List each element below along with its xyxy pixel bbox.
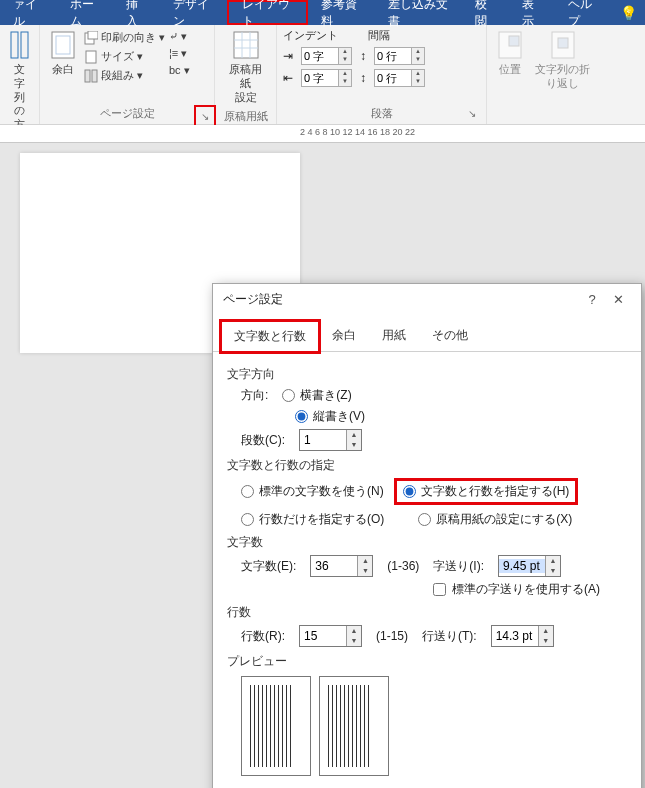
spacing-heading: 間隔 [368,28,390,43]
margins-icon [50,30,76,60]
tab-view[interactable]: 表示 [509,0,555,25]
linepitch-spin[interactable]: ▲▼ [491,625,554,647]
svg-rect-8 [92,70,97,82]
document-area: ページ設定 ? ✕ 文字数と行数 余白 用紙 その他 文字方向 方向: 横書き(… [0,143,645,788]
text-direction-icon [8,30,32,60]
radio-lines-only[interactable]: 行数だけを指定する(O) [241,511,384,528]
tab-mailings[interactable]: 差し込み文書 [375,0,462,25]
section-lines: 行数 [227,604,627,621]
hyphenation-button[interactable]: bc ▾ [169,62,190,79]
space-before-spin[interactable]: ▲▼ [374,47,425,65]
section-preview: プレビュー [227,653,627,670]
chars-label: 文字数(E): [241,558,296,575]
page-setup-dialog: ページ設定 ? ✕ 文字数と行数 余白 用紙 その他 文字方向 方向: 横書き(… [212,283,642,788]
dialog-title: ページ設定 [223,291,283,308]
orientation-button[interactable]: 印刷の向き ▾ [84,28,165,47]
radio-horizontal[interactable]: 横書き(Z) [282,387,351,404]
svg-rect-17 [558,38,568,48]
chars-spin[interactable]: ▲▼ [310,555,373,577]
paragraph-launcher[interactable]: ↘ [466,108,478,120]
svg-rect-15 [509,36,519,46]
columns-icon [84,69,98,83]
lines-range: (1-15) [376,629,408,643]
svg-rect-0 [11,32,18,58]
position-icon [497,30,523,60]
pitch-label: 字送り(I): [433,558,484,575]
genkou-button[interactable]: 原稿用紙 設定 [221,28,270,106]
indent-left-icon: ⇥ [283,49,293,63]
group-title-paragraph: 段落 ↘ [283,103,480,124]
svg-rect-9 [234,32,258,58]
tab-layout[interactable]: レイアウト [227,0,308,25]
section-text-direction: 文字方向 [227,366,627,383]
chars-range: (1-36) [387,559,419,573]
size-button[interactable]: サイズ ▾ [84,47,165,66]
ruler-marks: 2 4 6 8 10 12 14 16 18 20 22 [300,127,415,137]
tab-file[interactable]: ァイル [0,0,57,25]
space-after-spin[interactable]: ▲▼ [374,69,425,87]
wrap-text-button[interactable]: 文字列の折り返し [531,28,594,93]
breaks-button[interactable]: ⤶ ▾ [169,28,190,45]
ribbon: 文字列の 方向 余白 印刷の向き ▾ サイズ ▾ 段組み ▾ [0,25,645,125]
indent-right-spin[interactable]: ▲▼ [301,69,352,87]
preview-page-1 [241,676,311,776]
indent-right-icon: ⇤ [283,71,293,85]
linepitch-label: 行送り(T): [422,628,477,645]
radio-std-chars[interactable]: 標準の文字数を使う(N) [241,483,384,500]
columns-label: 段数(C): [241,432,285,449]
direction-label: 方向: [241,387,268,404]
section-chars: 文字数 [227,534,627,551]
lines-spin[interactable]: ▲▼ [299,625,362,647]
tab-insert[interactable]: 挿入 [113,0,159,25]
tell-me-icon[interactable]: 💡 [612,5,645,21]
line-numbers-button[interactable]: ¦≡ ▾ [169,45,190,62]
genkou-icon [232,30,260,60]
columns-spin[interactable]: ▲▼ [299,429,362,451]
dlg-tab-margins[interactable]: 余白 [319,320,369,351]
tab-design[interactable]: デザイン [160,0,227,25]
dialog-close-button[interactable]: ✕ [605,292,631,307]
dlg-tab-paper[interactable]: 用紙 [369,320,419,351]
margins-button[interactable]: 余白 [46,28,80,85]
svg-rect-6 [86,51,96,63]
svg-rect-1 [21,32,28,58]
svg-rect-5 [88,31,98,39]
tab-home[interactable]: ホーム [57,0,114,25]
radio-chars-and-lines[interactable]: 文字数と行数を指定する(H) [403,483,570,500]
tab-review[interactable]: 校閲 [462,0,508,25]
lines-label: 行数(R): [241,628,285,645]
group-title-page-setup: ページ設定 ↘ [46,103,208,124]
dlg-tab-other[interactable]: その他 [419,320,481,351]
wrap-icon [550,30,576,60]
tab-references[interactable]: 参考資料 [308,0,375,25]
space-before-icon: ↕ [360,49,366,63]
size-icon [84,50,98,64]
preview-page-2 [319,676,389,776]
svg-rect-7 [85,70,90,82]
radio-genkou[interactable]: 原稿用紙の設定にする(X) [418,511,572,528]
dialog-help-button[interactable]: ? [579,292,605,307]
page-setup-launcher[interactable]: ↘ [194,105,216,127]
indent-heading: インデント [283,28,338,43]
columns-button[interactable]: 段組み ▾ [84,66,165,85]
chk-std-pitch[interactable]: 標準の字送りを使用する(A) [433,581,627,598]
radio-vertical[interactable]: 縦書き(V) [295,408,365,425]
indent-left-spin[interactable]: ▲▼ [301,47,352,65]
ribbon-tabstrip: ァイル ホーム 挿入 デザイン レイアウト 参考資料 差し込み文書 校閲 表示 … [0,0,645,25]
space-after-icon: ↕ [360,71,366,85]
preview-area [241,676,627,776]
horizontal-ruler[interactable]: 2 4 6 8 10 12 14 16 18 20 22 [0,125,645,143]
section-spec: 文字数と行数の指定 [227,457,627,474]
dlg-tab-grid[interactable]: 文字数と行数 [221,321,319,352]
tab-help[interactable]: ヘルプ [555,0,612,25]
position-button[interactable]: 位置 [493,28,527,93]
pitch-spin[interactable]: ▲▼ [498,555,561,577]
orientation-icon [84,31,98,45]
